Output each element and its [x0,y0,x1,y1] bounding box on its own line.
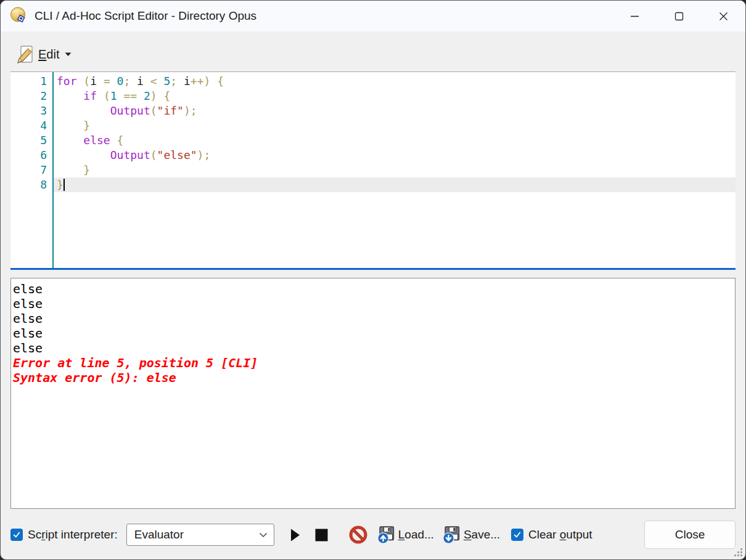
code-line[interactable]: } [54,177,736,192]
code-line[interactable]: Output("else"); [54,148,736,163]
code-line[interactable]: } [54,118,736,133]
code-line[interactable]: for (i = 0; i < 5; i++) { [54,74,736,89]
stop-icon [315,529,328,542]
output-line: else [13,311,731,326]
caret-down-icon [65,52,72,57]
code-line[interactable]: } [54,163,736,177]
editor-code[interactable]: for (i = 0; i < 5; i++) { if (1 == 2) { … [54,72,736,268]
code-line[interactable]: Output("if"); [54,103,736,118]
chevron-down-icon [259,532,268,538]
run-script-button[interactable] [290,529,300,542]
window-title: CLI / Ad-Hoc Script Editor - Directory O… [35,9,256,23]
text-cursor [64,179,65,191]
titlebar[interactable]: CLI / Ad-Hoc Script Editor - Directory O… [1,1,745,31]
minimize-button[interactable] [612,1,657,31]
output-error-line: Error at line 5, position 5 [CLI] [13,355,731,370]
line-number: 8 [10,177,52,192]
abort-button[interactable] [349,526,367,544]
bottom-toolbar: Script interpreter: Evaluator [1,509,745,560]
code-line[interactable]: if (1 == 2) { [54,89,736,103]
check-icon [513,530,522,539]
line-number: 7 [10,163,52,177]
output-line: else [13,282,731,296]
close-icon [719,12,728,21]
output-line: else [13,296,731,311]
interpreter-select[interactable]: Evaluator [126,524,274,546]
minimize-icon [630,12,639,21]
editor-gutter: 12345678 [10,72,54,268]
output-error-line: Syntax error (5): else [13,370,731,385]
code-editor[interactable]: 12345678 for (i = 0; i < 5; i++) { if (1… [10,71,736,270]
resize-grip[interactable] [734,548,743,557]
load-button[interactable]: Load... [377,526,434,544]
code-line[interactable]: else { [54,133,736,148]
script-interpreter-checkbox-group[interactable]: Script interpreter: [10,528,118,542]
save-floppy-icon [443,526,461,544]
close-button-label: Close [675,528,705,542]
edit-menu-button[interactable]: Edit [10,43,76,67]
save-button-label: Save... [464,528,500,542]
close-window-button[interactable] [701,1,745,31]
edit-pencil-icon [15,45,34,65]
maximize-icon [674,12,684,21]
line-number: 2 [10,89,52,103]
edit-menu-label: Edit [38,47,59,62]
load-floppy-icon [377,526,395,544]
no-entry-icon [349,526,367,544]
maximize-button[interactable] [657,1,701,31]
script-interpreter-label: Script interpreter: [28,528,118,542]
line-number: 6 [10,148,52,163]
save-button[interactable]: Save... [443,526,500,544]
play-icon [290,529,300,542]
stop-script-button[interactable] [315,529,328,542]
script-interpreter-checkbox[interactable] [10,529,23,541]
clear-output-label: Clear output [528,528,592,542]
clear-output-checkbox[interactable] [511,529,523,541]
line-number: 1 [10,74,52,89]
interpreter-selected-value: Evaluator [134,528,259,542]
output-line: else [13,326,731,341]
output-panel[interactable]: elseelseelseelseelseError at line 5, pos… [10,278,736,509]
output-line: else [13,341,731,355]
check-icon [12,530,21,539]
line-number: 3 [10,103,52,118]
close-button[interactable]: Close [644,521,736,549]
line-number: 5 [10,133,52,148]
menubar: Edit [1,31,745,71]
load-button-label: Load... [398,528,434,542]
line-number: 4 [10,118,52,133]
directory-opus-logo-icon [9,7,28,25]
clear-output-checkbox-group[interactable]: Clear output [511,528,592,542]
window-controls [612,1,745,31]
script-editor-window: CLI / Ad-Hoc Script Editor - Directory O… [0,0,746,560]
